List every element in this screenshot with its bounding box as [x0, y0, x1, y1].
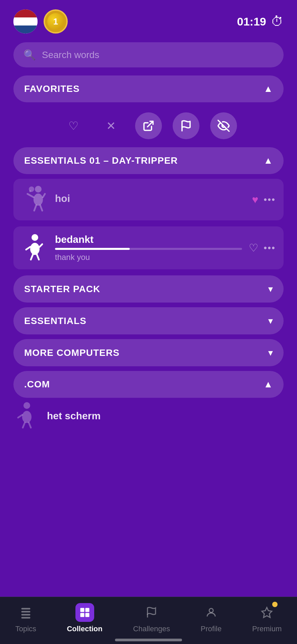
- svg-point-18: [22, 411, 32, 423]
- word-name-hoi: hoi: [55, 193, 245, 204]
- essentials01-section-header[interactable]: ESSENTIALS 01 – DAY-TRIPPER ▲: [13, 147, 284, 174]
- dotcom-section-header[interactable]: .COM ▲: [13, 371, 284, 398]
- collection-icon: [75, 603, 94, 622]
- svg-point-11: [32, 234, 38, 241]
- word-translation-bedankt: thank you: [55, 253, 242, 262]
- svg-rect-23: [21, 611, 30, 613]
- svg-point-3: [35, 186, 42, 193]
- word-name-bedankt: bedankt: [55, 234, 242, 245]
- profile-icon: [202, 603, 221, 622]
- level-badge: 1: [44, 9, 68, 34]
- word-progress-fill-bedankt: [55, 248, 130, 250]
- svg-line-7: [27, 194, 34, 197]
- svg-rect-25: [21, 617, 30, 619]
- search-icon: 🔍: [23, 49, 36, 61]
- nav-item-collection[interactable]: Collection: [67, 603, 102, 633]
- svg-line-13: [26, 247, 30, 250]
- topics-label: Topics: [15, 625, 36, 633]
- flag-netherlands: [13, 9, 38, 34]
- open-button[interactable]: [135, 112, 162, 139]
- more-computers-section-header[interactable]: MORE COMPUTERS ▾: [13, 339, 284, 366]
- essentials-chevron: ▾: [268, 315, 273, 326]
- favorites-title: FAVORITES: [24, 84, 80, 94]
- search-input[interactable]: [42, 50, 274, 60]
- flag-button[interactable]: [173, 112, 199, 139]
- timer-display: 01:19: [237, 15, 266, 28]
- dotcom-chevron: ▲: [263, 379, 273, 390]
- stopwatch-icon: ⏱: [271, 14, 284, 29]
- search-bar[interactable]: 🔍: [13, 42, 284, 67]
- svg-line-10: [40, 205, 42, 211]
- starter-pack-section-header[interactable]: STARTER PACK ▾: [13, 275, 284, 303]
- svg-point-17: [23, 402, 30, 409]
- word-info-hoi: hoi: [55, 193, 245, 206]
- premium-dot: [272, 602, 278, 607]
- word-actions-hoi: ♥ •••: [252, 194, 276, 206]
- home-indicator: [115, 639, 182, 641]
- svg-rect-28: [80, 613, 84, 617]
- search-container: 🔍: [0, 39, 297, 75]
- timer-area: 01:19 ⏱: [237, 14, 284, 29]
- svg-line-0: [147, 121, 153, 127]
- svg-rect-24: [21, 614, 30, 616]
- favorite-button[interactable]: ♡: [60, 112, 87, 139]
- svg-point-6: [34, 194, 43, 206]
- word-card-hoi[interactable]: hoi ♥ •••: [13, 179, 284, 220]
- svg-line-16: [37, 255, 39, 260]
- svg-point-12: [30, 243, 40, 255]
- svg-marker-32: [262, 607, 272, 618]
- svg-line-8: [43, 194, 45, 197]
- nav-item-challenges[interactable]: Challenges: [133, 603, 170, 633]
- starter-pack-title: STARTER PACK: [24, 284, 100, 294]
- partial-word-card: het scherm: [13, 402, 284, 429]
- dotcom-title: .COM: [24, 379, 50, 390]
- word-card-bedankt[interactable]: bedankt thank you ♡ •••: [13, 226, 284, 269]
- svg-line-14: [40, 244, 42, 247]
- challenges-icon: [142, 603, 161, 622]
- essentials-section-header[interactable]: ESSENTIALS ▾: [13, 307, 284, 334]
- level-number: 1: [47, 13, 64, 30]
- bottom-nav: Topics Collection Challenges: [0, 597, 297, 644]
- essentials-title: ESSENTIALS: [24, 316, 86, 326]
- premium-label: Premium: [252, 625, 282, 633]
- word-progress-bedankt: [55, 248, 242, 250]
- hide-button[interactable]: [210, 112, 237, 139]
- premium-icon: [257, 603, 276, 622]
- word-favorite-bedankt[interactable]: ♡: [249, 241, 258, 254]
- svg-line-19: [18, 415, 22, 418]
- favorites-chevron: ▲: [263, 84, 273, 94]
- starter-pack-chevron: ▾: [268, 283, 273, 294]
- more-computers-title: MORE COMPUTERS: [24, 347, 120, 358]
- action-toolbar: ♡ ✕: [0, 107, 297, 147]
- partial-word-text: het scherm: [47, 410, 101, 422]
- svg-rect-22: [21, 608, 30, 610]
- svg-line-9: [34, 205, 36, 211]
- svg-rect-29: [85, 613, 89, 617]
- nav-item-premium[interactable]: Premium: [252, 603, 282, 633]
- nav-item-profile[interactable]: Profile: [201, 603, 222, 633]
- word-avatar-bedankt: [21, 234, 48, 261]
- collection-label: Collection: [67, 625, 102, 633]
- challenges-label: Challenges: [133, 625, 170, 633]
- svg-point-31: [209, 608, 213, 612]
- more-computers-chevron: ▾: [268, 347, 273, 358]
- svg-line-20: [23, 423, 25, 428]
- status-left: 1: [13, 9, 68, 34]
- word-actions-bedankt: ♡ •••: [249, 241, 276, 254]
- favorites-section-header[interactable]: FAVORITES ▲: [13, 75, 284, 102]
- word-favorite-hoi[interactable]: ♥: [252, 194, 258, 206]
- word-avatar-hoi: [21, 186, 48, 213]
- svg-line-21: [29, 423, 31, 428]
- status-bar: 1 01:19 ⏱: [0, 0, 297, 39]
- topics-icon: [16, 603, 35, 622]
- nav-item-topics[interactable]: Topics: [15, 603, 36, 633]
- svg-rect-27: [85, 608, 89, 612]
- svg-point-5: [29, 190, 31, 192]
- svg-rect-26: [80, 608, 84, 612]
- essentials01-title: ESSENTIALS 01 – DAY-TRIPPER: [24, 155, 178, 166]
- partial-word-avatar: [13, 402, 40, 429]
- word-more-hoi[interactable]: •••: [264, 194, 276, 205]
- word-more-bedankt[interactable]: •••: [264, 243, 276, 253]
- remove-button[interactable]: ✕: [98, 112, 124, 139]
- svg-line-15: [31, 255, 33, 260]
